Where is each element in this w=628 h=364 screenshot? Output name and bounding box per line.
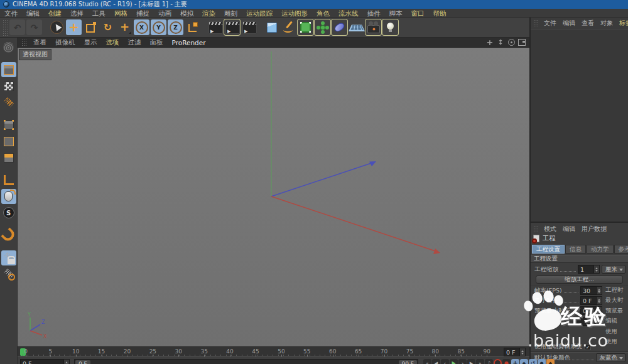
min-time-input[interactable]: 0 F: [580, 296, 597, 305]
play-forward-button[interactable]: [450, 359, 458, 364]
viewport-toggle-icon[interactable]: [517, 38, 526, 47]
attribute-tab[interactable]: 工程设置: [532, 245, 565, 254]
edges-mode-button[interactable]: [1, 134, 16, 149]
fps-input[interactable]: 30: [580, 286, 597, 295]
autokeying-toggle[interactable]: [494, 359, 502, 364]
menu-item[interactable]: 动画: [154, 9, 176, 18]
goto-end-button[interactable]: [476, 359, 484, 364]
add-deformer-menu[interactable]: [332, 19, 347, 35]
viewport-menu-item[interactable]: 显示: [80, 38, 102, 47]
redo-button[interactable]: [26, 19, 42, 35]
range-start-handle[interactable]: 0 F: [75, 360, 90, 364]
last-used-tool[interactable]: [117, 19, 133, 35]
menu-item[interactable]: 捕捉: [132, 9, 154, 18]
perspective-viewport[interactable]: 透视视图 Y Z X: [18, 48, 529, 346]
menu-item[interactable]: 脚本: [385, 9, 407, 18]
menu-item[interactable]: 网格: [110, 9, 132, 18]
frame-range-slider[interactable]: 0 F 90 F: [74, 359, 418, 364]
current-frame-display[interactable]: 0 F: [504, 348, 520, 356]
menu-item[interactable]: 运动跟踪: [242, 9, 277, 18]
attribute-tab[interactable]: 信息: [565, 245, 586, 254]
menu-item[interactable]: 雕刻: [220, 9, 242, 18]
scale-unit-dropdown[interactable]: 厘米: [602, 265, 625, 274]
key-scale-toggle[interactable]: [520, 359, 528, 364]
live-selection-tool[interactable]: [49, 19, 65, 35]
move-tool[interactable]: [66, 19, 82, 35]
current-frame-stepper[interactable]: [520, 348, 526, 356]
range-end-handle[interactable]: 90 F: [399, 360, 418, 364]
menu-item[interactable]: 渲染: [198, 9, 220, 18]
key-parameter-toggle[interactable]: [538, 359, 546, 364]
viewport-menu-item[interactable]: 摄像机: [51, 38, 80, 47]
goto-next-frame-button[interactable]: [458, 359, 467, 364]
add-mograph-menu[interactable]: [315, 19, 330, 35]
motion-clip-checkbox[interactable]: ✓: [585, 344, 591, 350]
goto-start-button[interactable]: [423, 359, 431, 364]
object-manager-menu-item[interactable]: 查看: [578, 19, 597, 28]
preview-min-time-stepper[interactable]: [597, 306, 602, 315]
lock-workplane-toggle[interactable]: [1, 250, 16, 265]
preview-min-time-input[interactable]: 0 F: [580, 306, 597, 315]
obscured-time-input[interactable]: [576, 317, 597, 326]
key-position-toggle[interactable]: [511, 359, 519, 364]
attribute-manager-menu-item[interactable]: 用户数据: [578, 225, 610, 233]
project-scale-input[interactable]: 1: [578, 265, 594, 274]
render-picture-viewer-button[interactable]: [224, 19, 240, 35]
goto-prev-key-button[interactable]: [432, 359, 440, 364]
model-mode-button[interactable]: [1, 62, 16, 77]
goto-next-key-button[interactable]: [467, 359, 475, 364]
viewport-menu-item[interactable]: ProRender: [168, 39, 210, 46]
menu-item[interactable]: 运动图形: [277, 9, 312, 18]
menu-item[interactable]: 帮助: [429, 9, 451, 18]
attribute-manager-grip-icon[interactable]: [533, 225, 538, 232]
object-manager-menu-item[interactable]: 编辑: [560, 19, 578, 28]
polygons-mode-button[interactable]: [1, 150, 16, 165]
menu-item[interactable]: 模拟: [176, 9, 198, 18]
object-manager-menu-item[interactable]: 文件: [541, 19, 560, 28]
coordinate-system-toggle[interactable]: [185, 19, 200, 35]
fps-stepper[interactable]: [597, 286, 602, 295]
keyframe-selection-button[interactable]: [546, 359, 555, 364]
add-camera-menu[interactable]: [365, 19, 381, 35]
attribute-manager-menu-item[interactable]: 编辑: [560, 225, 578, 233]
attribute-tab[interactable]: 参考: [614, 245, 628, 254]
add-spline-menu[interactable]: [281, 19, 296, 35]
section-header[interactable]: 工程设置: [531, 255, 628, 263]
viewport-menu-item[interactable]: 查看: [29, 38, 51, 47]
menu-item[interactable]: 编辑: [22, 9, 44, 18]
add-environment-menu[interactable]: [349, 19, 364, 35]
menu-item[interactable]: 角色: [312, 9, 334, 18]
make-editable-button[interactable]: [1, 40, 16, 55]
menu-item[interactable]: 窗口: [407, 9, 429, 18]
undo-button[interactable]: [9, 19, 25, 35]
viewport-rotate-icon[interactable]: [507, 38, 516, 47]
menu-item[interactable]: 创建: [44, 9, 66, 18]
y-axis-lock[interactable]: [151, 19, 166, 35]
axis-mode-button[interactable]: [1, 173, 16, 188]
menu-item[interactable]: 插件: [363, 9, 385, 18]
texture-mode-button[interactable]: [1, 78, 16, 94]
viewport-menu-item[interactable]: 选项: [102, 38, 124, 47]
key-rotation-toggle[interactable]: [529, 359, 537, 364]
project-scale-stepper[interactable]: [594, 265, 600, 274]
menu-item[interactable]: 文件: [0, 9, 22, 18]
viewport-pan-icon[interactable]: [485, 38, 494, 47]
quantize-toggle[interactable]: [1, 205, 16, 220]
object-list-area[interactable]: [531, 29, 628, 222]
viewport-menu-item[interactable]: 过滤: [124, 38, 146, 47]
snap-toggle[interactable]: [1, 228, 16, 243]
scale-tool[interactable]: [83, 19, 99, 35]
add-primitive-menu[interactable]: [264, 19, 279, 35]
viewport-grip-icon[interactable]: [21, 39, 26, 46]
z-axis-lock[interactable]: [168, 19, 183, 35]
x-axis-lock[interactable]: [134, 19, 149, 35]
timeline-ruler[interactable]: 051015202530354045505560657075808590 0 F: [18, 346, 529, 356]
play-sound-toggle[interactable]: [485, 359, 493, 364]
current-frame-input-stepper[interactable]: [64, 359, 70, 364]
render-settings-button[interactable]: [241, 19, 257, 35]
object-manager-menu-item[interactable]: 标签: [616, 19, 628, 28]
object-manager-grip-icon[interactable]: [533, 19, 538, 26]
add-light-menu[interactable]: [382, 19, 398, 35]
goto-prev-frame-button[interactable]: [441, 359, 449, 364]
rotate-tool[interactable]: [100, 19, 116, 35]
